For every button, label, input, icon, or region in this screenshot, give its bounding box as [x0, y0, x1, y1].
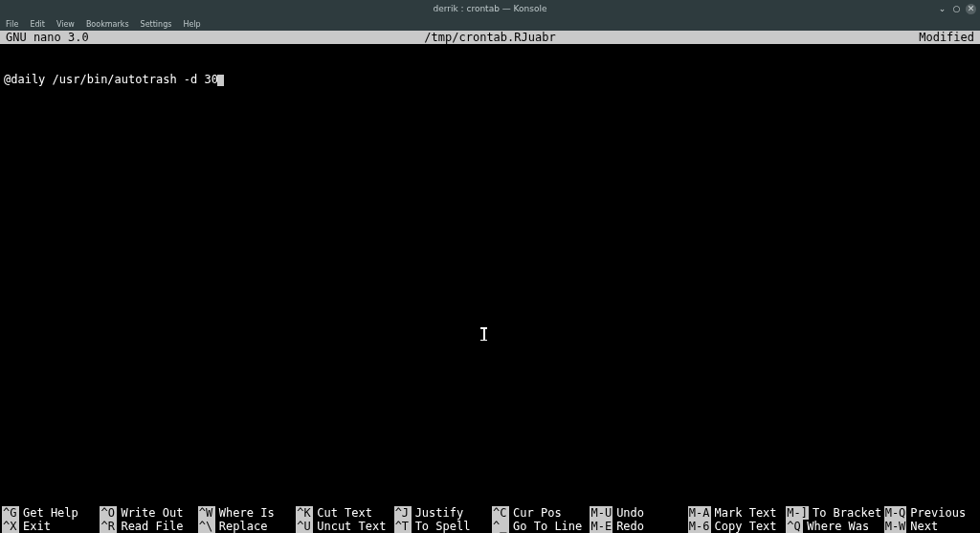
shortcut-exit[interactable]: ^XExit	[0, 520, 98, 533]
shortcut-to-bracket[interactable]: M-]To Bracket	[784, 506, 881, 520]
close-icon[interactable]: ✕	[966, 4, 976, 14]
shortcut-write-out[interactable]: ^OWrite Out	[98, 506, 195, 520]
shortcut-where-is[interactable]: ^WWhere Is	[196, 506, 294, 520]
nano-filepath: /tmp/crontab.RJuabr	[424, 31, 555, 44]
shortcut-undo[interactable]: M-UUndo	[588, 506, 685, 520]
shortcut-redo[interactable]: M-ERedo	[588, 520, 685, 533]
editor-line[interactable]: @daily /usr/bin/autotrash -d 30	[4, 73, 976, 86]
menu-settings[interactable]: Settings	[141, 20, 172, 29]
shortcut-next[interactable]: M-WNext	[882, 520, 980, 533]
editor-line-text: @daily /usr/bin/autotrash -d 30	[4, 73, 218, 86]
editor-area[interactable]: @daily /usr/bin/autotrash -d 30	[0, 44, 980, 113]
minimize-icon[interactable]: ⌄	[937, 4, 947, 14]
shortcut-to-spell[interactable]: ^TTo Spell	[392, 520, 490, 533]
window-title: derrik : crontab — Konsole	[434, 4, 547, 13]
shortcut-uncut-text[interactable]: ^UUncut Text	[294, 520, 391, 533]
terminal[interactable]: GNU nano 3.0 /tmp/crontab.RJuabr Modifie…	[0, 31, 980, 533]
menu-help[interactable]: Help	[183, 20, 200, 29]
shortcut-go-to-line[interactable]: ^_Go To Line	[490, 520, 588, 533]
nano-header: GNU nano 3.0 /tmp/crontab.RJuabr Modifie…	[0, 31, 980, 44]
shortcut-row-1: ^GGet Help ^OWrite Out ^WWhere Is ^KCut …	[0, 506, 980, 520]
shortcut-mark-text[interactable]: M-AMark Text	[686, 506, 784, 520]
menu-view[interactable]: View	[56, 20, 75, 29]
nano-shortcuts: ^GGet Help ^OWrite Out ^WWhere Is ^KCut …	[0, 506, 980, 533]
shortcut-cur-pos[interactable]: ^CCur Pos	[490, 506, 588, 520]
shortcut-where-was[interactable]: ^QWhere Was	[784, 520, 881, 533]
menu-bookmarks[interactable]: Bookmarks	[86, 20, 129, 29]
shortcut-get-help[interactable]: ^GGet Help	[0, 506, 98, 520]
shortcut-copy-text[interactable]: M-6Copy Text	[686, 520, 784, 533]
shortcut-justify[interactable]: ^JJustify	[392, 506, 490, 520]
menubar: File Edit View Bookmarks Settings Help	[0, 17, 980, 31]
window-controls: ⌄ ○ ✕	[937, 4, 976, 14]
shortcut-replace[interactable]: ^\Replace	[196, 520, 294, 533]
maximize-icon[interactable]: ○	[951, 4, 962, 14]
shortcut-cut-text[interactable]: ^KCut Text	[294, 506, 391, 520]
text-cursor	[217, 75, 224, 86]
nano-status: Modified	[919, 31, 974, 44]
window-titlebar: derrik : crontab — Konsole ⌄ ○ ✕	[0, 0, 980, 17]
nano-version: GNU nano 3.0	[6, 31, 89, 44]
menu-file[interactable]: File	[6, 20, 18, 29]
menu-edit[interactable]: Edit	[30, 20, 45, 29]
mouse-cursor-ibeam-icon	[480, 327, 487, 341]
shortcut-row-2: ^XExit ^RRead File ^\Replace ^UUncut Tex…	[0, 520, 980, 533]
shortcut-read-file[interactable]: ^RRead File	[98, 520, 195, 533]
shortcut-previous[interactable]: M-QPrevious	[882, 506, 980, 520]
